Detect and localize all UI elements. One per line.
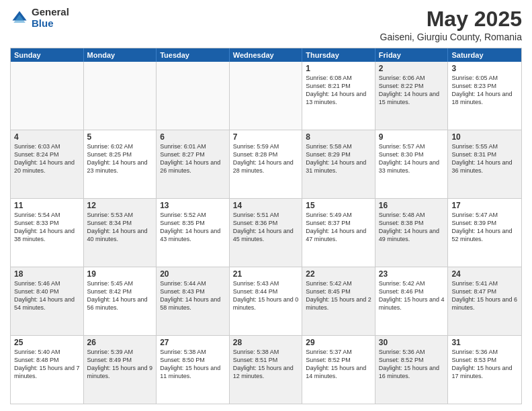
header: General Blue May 2025 Gaiseni, Giurgiu C…	[10, 7, 522, 42]
day-number: 12	[87, 201, 153, 210]
day-number: 1	[306, 64, 371, 73]
cal-cell-28: 28Sunrise: 5:38 AM Sunset: 8:51 PM Dayli…	[230, 336, 303, 404]
header-day-monday: Monday	[84, 48, 157, 62]
cal-cell-9: 9Sunrise: 5:57 AM Sunset: 8:30 PM Daylig…	[375, 130, 449, 198]
day-number: 16	[379, 201, 445, 210]
day-number: 19	[87, 269, 153, 279]
day-info: Sunrise: 6:01 AM Sunset: 8:27 PM Dayligh…	[160, 142, 226, 175]
day-number: 11	[14, 201, 80, 210]
cal-cell-empty-0	[11, 62, 84, 130]
day-info: Sunrise: 5:55 AM Sunset: 8:31 PM Dayligh…	[451, 142, 518, 175]
week-row-3: 11Sunrise: 5:54 AM Sunset: 8:33 PM Dayli…	[11, 199, 521, 267]
day-number: 31	[451, 338, 518, 347]
subtitle: Gaiseni, Giurgiu County, Romania	[380, 32, 522, 42]
cal-cell-2: 2Sunrise: 6:06 AM Sunset: 8:22 PM Daylig…	[375, 62, 449, 130]
day-number: 25	[14, 338, 80, 347]
cal-cell-1: 1Sunrise: 6:08 AM Sunset: 8:21 PM Daylig…	[302, 62, 375, 130]
day-info: Sunrise: 6:02 AM Sunset: 8:25 PM Dayligh…	[87, 142, 153, 175]
cal-cell-16: 16Sunrise: 5:48 AM Sunset: 8:38 PM Dayli…	[375, 199, 449, 267]
day-info: Sunrise: 5:41 AM Sunset: 8:47 PM Dayligh…	[451, 279, 518, 312]
day-number: 24	[451, 269, 518, 279]
day-info: Sunrise: 5:43 AM Sunset: 8:44 PM Dayligh…	[233, 279, 299, 312]
cal-cell-30: 30Sunrise: 5:36 AM Sunset: 8:52 PM Dayli…	[375, 336, 449, 404]
cal-cell-20: 20Sunrise: 5:44 AM Sunset: 8:43 PM Dayli…	[157, 267, 230, 335]
day-number: 26	[87, 338, 153, 347]
day-number: 10	[451, 132, 518, 142]
cal-cell-23: 23Sunrise: 5:42 AM Sunset: 8:46 PM Dayli…	[375, 267, 449, 335]
cal-cell-27: 27Sunrise: 5:38 AM Sunset: 8:50 PM Dayli…	[157, 336, 230, 404]
day-info: Sunrise: 5:59 AM Sunset: 8:28 PM Dayligh…	[233, 142, 299, 175]
cal-cell-empty-1	[84, 62, 157, 130]
day-number: 2	[379, 64, 445, 73]
day-info: Sunrise: 5:46 AM Sunset: 8:40 PM Dayligh…	[14, 279, 80, 312]
cal-cell-10: 10Sunrise: 5:55 AM Sunset: 8:31 PM Dayli…	[448, 130, 521, 198]
header-day-sunday: Sunday	[11, 48, 84, 62]
day-number: 5	[87, 132, 153, 142]
cal-cell-17: 17Sunrise: 5:47 AM Sunset: 8:39 PM Dayli…	[448, 199, 521, 267]
day-info: Sunrise: 5:38 AM Sunset: 8:50 PM Dayligh…	[160, 348, 226, 381]
cal-cell-12: 12Sunrise: 5:53 AM Sunset: 8:34 PM Dayli…	[84, 199, 157, 267]
day-number: 17	[451, 201, 518, 210]
day-info: Sunrise: 5:36 AM Sunset: 8:52 PM Dayligh…	[379, 348, 445, 381]
cal-cell-19: 19Sunrise: 5:45 AM Sunset: 8:42 PM Dayli…	[84, 267, 157, 335]
day-number: 20	[160, 269, 226, 279]
week-row-5: 25Sunrise: 5:40 AM Sunset: 8:48 PM Dayli…	[11, 336, 521, 404]
day-number: 29	[306, 338, 371, 347]
day-number: 14	[233, 201, 299, 210]
day-number: 8	[306, 132, 371, 142]
cal-cell-5: 5Sunrise: 6:02 AM Sunset: 8:25 PM Daylig…	[84, 130, 157, 198]
day-number: 27	[160, 338, 226, 347]
day-number: 21	[233, 269, 299, 279]
day-info: Sunrise: 5:53 AM Sunset: 8:34 PM Dayligh…	[87, 211, 153, 244]
day-info: Sunrise: 5:52 AM Sunset: 8:35 PM Dayligh…	[160, 211, 226, 244]
calendar-header: SundayMondayTuesdayWednesdayThursdayFrid…	[11, 48, 521, 62]
header-day-saturday: Saturday	[448, 48, 521, 62]
cal-cell-4: 4Sunrise: 6:03 AM Sunset: 8:24 PM Daylig…	[11, 130, 84, 198]
day-info: Sunrise: 6:06 AM Sunset: 8:22 PM Dayligh…	[379, 74, 445, 107]
header-day-tuesday: Tuesday	[157, 48, 230, 62]
cal-cell-25: 25Sunrise: 5:40 AM Sunset: 8:48 PM Dayli…	[11, 336, 84, 404]
day-info: Sunrise: 6:03 AM Sunset: 8:24 PM Dayligh…	[14, 142, 80, 175]
day-info: Sunrise: 5:38 AM Sunset: 8:51 PM Dayligh…	[233, 348, 299, 381]
day-number: 28	[233, 338, 299, 347]
day-info: Sunrise: 5:48 AM Sunset: 8:38 PM Dayligh…	[379, 211, 445, 244]
cal-cell-6: 6Sunrise: 6:01 AM Sunset: 8:27 PM Daylig…	[157, 130, 230, 198]
day-number: 7	[233, 132, 299, 142]
day-info: Sunrise: 5:40 AM Sunset: 8:48 PM Dayligh…	[14, 348, 80, 381]
logo-general-text: General	[32, 7, 69, 18]
day-info: Sunrise: 5:39 AM Sunset: 8:49 PM Dayligh…	[87, 348, 153, 381]
day-number: 15	[306, 201, 371, 210]
title-section: May 2025 Gaiseni, Giurgiu County, Romani…	[380, 7, 522, 42]
day-info: Sunrise: 5:37 AM Sunset: 8:52 PM Dayligh…	[306, 348, 371, 381]
calendar: SundayMondayTuesdayWednesdayThursdayFrid…	[10, 48, 522, 404]
cal-cell-26: 26Sunrise: 5:39 AM Sunset: 8:49 PM Dayli…	[84, 336, 157, 404]
day-number: 18	[14, 269, 80, 279]
main-title: May 2025	[380, 7, 522, 32]
cal-cell-7: 7Sunrise: 5:59 AM Sunset: 8:28 PM Daylig…	[230, 130, 303, 198]
cal-cell-8: 8Sunrise: 5:58 AM Sunset: 8:29 PM Daylig…	[302, 130, 375, 198]
cal-cell-21: 21Sunrise: 5:43 AM Sunset: 8:44 PM Dayli…	[230, 267, 303, 335]
day-info: Sunrise: 5:49 AM Sunset: 8:37 PM Dayligh…	[306, 211, 371, 244]
day-info: Sunrise: 5:54 AM Sunset: 8:33 PM Dayligh…	[14, 211, 80, 244]
day-info: Sunrise: 5:44 AM Sunset: 8:43 PM Dayligh…	[160, 279, 226, 312]
day-info: Sunrise: 5:57 AM Sunset: 8:30 PM Dayligh…	[379, 142, 445, 175]
day-number: 4	[14, 132, 80, 142]
day-info: Sunrise: 5:47 AM Sunset: 8:39 PM Dayligh…	[451, 211, 518, 244]
cal-cell-3: 3Sunrise: 6:05 AM Sunset: 8:23 PM Daylig…	[448, 62, 521, 130]
cal-cell-11: 11Sunrise: 5:54 AM Sunset: 8:33 PM Dayli…	[11, 199, 84, 267]
day-info: Sunrise: 6:08 AM Sunset: 8:21 PM Dayligh…	[306, 74, 371, 107]
cal-cell-31: 31Sunrise: 5:36 AM Sunset: 8:53 PM Dayli…	[448, 336, 521, 404]
header-day-wednesday: Wednesday	[230, 48, 303, 62]
logo-blue-text: Blue	[32, 18, 69, 30]
logo-text: General Blue	[32, 7, 69, 29]
day-number: 13	[160, 201, 226, 210]
week-row-2: 4Sunrise: 6:03 AM Sunset: 8:24 PM Daylig…	[11, 130, 521, 199]
day-info: Sunrise: 5:45 AM Sunset: 8:42 PM Dayligh…	[87, 279, 153, 312]
day-info: Sunrise: 5:36 AM Sunset: 8:53 PM Dayligh…	[451, 348, 518, 381]
page: General Blue May 2025 Gaiseni, Giurgiu C…	[0, 0, 532, 411]
header-day-thursday: Thursday	[302, 48, 375, 62]
cal-cell-14: 14Sunrise: 5:51 AM Sunset: 8:36 PM Dayli…	[230, 199, 303, 267]
day-number: 30	[379, 338, 445, 347]
cal-cell-empty-2	[157, 62, 230, 130]
cal-cell-empty-3	[230, 62, 303, 130]
